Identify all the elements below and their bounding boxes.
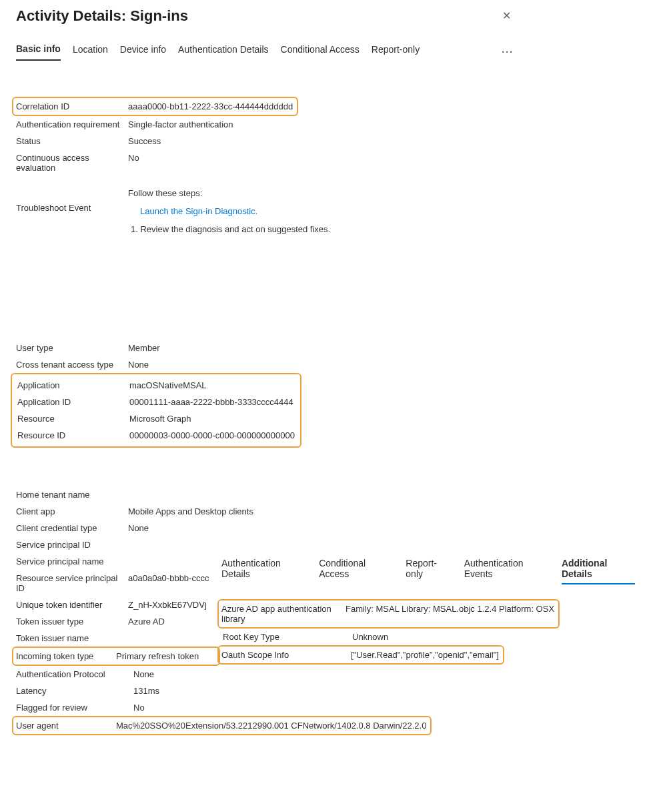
label-incoming-token-type: Incoming token type — [16, 651, 116, 661]
value-status: Success — [128, 136, 161, 146]
label-client-cred-type: Client credential type — [16, 523, 128, 533]
tab-basic-info[interactable]: Basic info — [16, 43, 61, 61]
page-title: Activity Details: Sign-ins — [16, 7, 188, 25]
label-troubleshoot: Troubleshoot Event — [16, 188, 128, 234]
value-cross-tenant: None — [128, 360, 149, 370]
row-correlation-id: Correlation ID aaaa0000-bb11-2222-33cc-4… — [12, 97, 298, 116]
troubleshoot-intro: Follow these steps: — [128, 188, 330, 198]
row-auth-library: Azure AD app authentication library Fami… — [217, 599, 560, 629]
row-auth-requirement: Authentication requirement Single-factor… — [16, 116, 647, 133]
value-resource: Microsoft Graph — [129, 414, 191, 424]
label-token-issuer-type: Token issuer type — [16, 617, 128, 627]
label-application: Application — [17, 380, 129, 390]
row-oauth-scope: Oauth Scope Info ["User.Read","profile",… — [217, 645, 504, 665]
label-cross-tenant: Cross tenant access type — [16, 360, 128, 370]
label-flagged-for-review: Flagged for review — [16, 703, 133, 713]
row-home-tenant: Home tenant name — [16, 486, 647, 503]
sec-tab-report-only[interactable]: Report-only — [406, 558, 450, 584]
launch-signin-diagnostic-link[interactable]: Launch the Sign-in Diagnostic. — [140, 206, 330, 216]
additional-details-panel: Authentication Details Conditional Acces… — [221, 558, 635, 665]
row-auth-protocol: Authentication Protocol None — [16, 666, 647, 683]
more-icon[interactable]: ··· — [502, 47, 514, 57]
row-status: Status Success — [16, 133, 647, 149]
row-resource: Resource Microsoft Graph — [16, 410, 296, 427]
label-auth-library: Azure AD app authentication library — [221, 604, 346, 624]
value-latency: 131ms — [133, 686, 159, 696]
value-auth-requirement: Single-factor authentication — [128, 119, 233, 129]
row-client-app: Client app Mobile Apps and Desktop clien… — [16, 503, 647, 520]
tab-conditional-access[interactable]: Conditional Access — [281, 44, 360, 60]
close-icon[interactable]: ✕ — [500, 7, 514, 25]
value-unique-token-id: Z_nH-XxbkE67VDVj — [128, 600, 207, 610]
label-token-issuer-name: Token issuer name — [16, 633, 128, 643]
sec-tab-auth-details[interactable]: Authentication Details — [221, 558, 305, 584]
secondary-tabs: Authentication Details Conditional Acces… — [221, 558, 635, 590]
label-auth-protocol: Authentication Protocol — [16, 669, 133, 679]
value-resource-sp-id: a0a0a0a0-bbbb-cccc — [128, 573, 209, 583]
row-flagged-for-review: Flagged for review No — [16, 699, 647, 716]
row-root-key-type: Root Key Type Unknown — [221, 629, 635, 645]
primary-tabs: Basic info Location Device info Authenti… — [0, 27, 663, 61]
label-resource-id: Resource ID — [17, 430, 129, 440]
row-application: Application macOSNativeMSAL — [16, 377, 296, 394]
value-root-key-type: Unknown — [352, 632, 388, 642]
tab-auth-details[interactable]: Authentication Details — [178, 44, 268, 60]
tab-report-only[interactable]: Report-only — [372, 44, 420, 60]
value-application: macOSNativeMSAL — [129, 380, 207, 390]
label-correlation-id: Correlation ID — [16, 101, 128, 111]
label-cae: Continuous access evaluation — [16, 153, 128, 173]
tab-location[interactable]: Location — [73, 44, 108, 60]
value-flagged-for-review: No — [133, 703, 145, 713]
value-cae: No — [128, 153, 139, 163]
sec-tab-auth-events[interactable]: Authentication Events — [464, 558, 548, 584]
value-incoming-token-type: Primary refresh token — [116, 651, 199, 661]
value-application-id: 00001111-aaaa-2222-bbbb-3333cccc4444 — [129, 397, 293, 407]
label-sp-id: Service principal ID — [16, 540, 128, 550]
row-cross-tenant: Cross tenant access type None — [16, 356, 647, 373]
value-client-cred-type: None — [128, 523, 149, 533]
label-status: Status — [16, 136, 128, 146]
value-correlation-id: aaaa0000-bb11-2222-33cc-444444dddddd — [128, 101, 293, 111]
value-resource-id: 00000003-0000-0000-c000-000000000000 — [129, 430, 295, 440]
troubleshoot-step-1: 1. Review the diagnosis and act on sugge… — [131, 224, 330, 234]
sec-tab-additional-details[interactable]: Additional Details — [562, 558, 635, 584]
label-sp-name: Service principal name — [16, 556, 128, 566]
label-application-id: Application ID — [17, 397, 129, 407]
label-home-tenant: Home tenant name — [16, 490, 128, 500]
label-user-type: User type — [16, 343, 128, 353]
value-user-agent: Mac%20SSO%20Extension/53.2212990.001 CFN… — [116, 721, 426, 731]
troubleshoot-block: Troubleshoot Event Follow these steps: L… — [0, 176, 663, 234]
sec-tab-conditional-access[interactable]: Conditional Access — [319, 558, 392, 584]
label-oauth-scope: Oauth Scope Info — [221, 650, 351, 660]
row-user-type: User type Member — [16, 340, 647, 356]
row-incoming-token-type: Incoming token type Primary refresh toke… — [12, 647, 220, 666]
row-application-id: Application ID 00001111-aaaa-2222-bbbb-3… — [16, 394, 296, 410]
label-latency: Latency — [16, 686, 133, 696]
row-resource-id: Resource ID 00000003-0000-0000-c000-0000… — [16, 427, 296, 444]
tab-device-info[interactable]: Device info — [120, 44, 166, 60]
value-user-type: Member — [128, 343, 160, 353]
row-cae: Continuous access evaluation No — [16, 149, 647, 176]
row-client-cred-type: Client credential type None — [16, 520, 647, 536]
row-latency: Latency 131ms — [16, 683, 647, 699]
label-unique-token-id: Unique token identifier — [16, 600, 128, 610]
label-auth-requirement: Authentication requirement — [16, 119, 128, 129]
row-sp-id: Service principal ID — [16, 536, 647, 553]
value-token-issuer-type: Azure AD — [128, 617, 165, 627]
label-client-app: Client app — [16, 506, 128, 516]
row-user-agent: User agent Mac%20SSO%20Extension/53.2212… — [12, 716, 432, 735]
value-auth-protocol: None — [133, 669, 154, 679]
label-resource-sp-id: Resource service principal ID — [16, 573, 128, 593]
value-client-app: Mobile Apps and Desktop clients — [128, 506, 253, 516]
value-auth-library: Family: MSAL Library: MSAL.objc 1.2.4 Pl… — [346, 604, 554, 614]
label-root-key-type: Root Key Type — [223, 632, 352, 642]
value-oauth-scope: ["User.Read","profile","openid","email"] — [351, 650, 499, 660]
label-user-agent: User agent — [16, 721, 116, 731]
label-resource: Resource — [17, 414, 129, 424]
